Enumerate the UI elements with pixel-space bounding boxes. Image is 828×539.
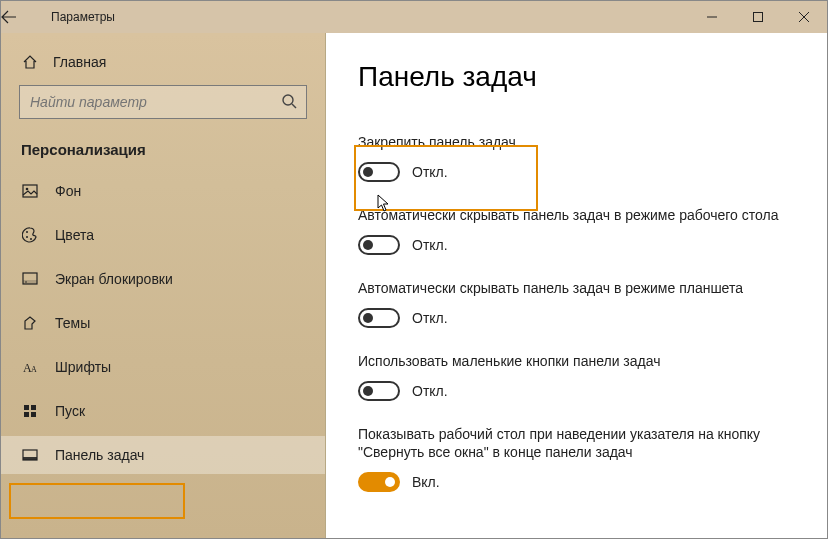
toggle-state: Откл.: [412, 164, 448, 180]
home-label: Главная: [53, 54, 106, 70]
svg-point-4: [283, 95, 293, 105]
svg-rect-16: [24, 405, 29, 410]
fonts-icon: AA: [21, 358, 39, 376]
section-title: Персонализация: [1, 137, 325, 172]
toggle-autohide-desktop[interactable]: [358, 235, 400, 255]
window-title: Параметры: [47, 10, 689, 24]
setting-label: Автоматически скрывать панель задач в ре…: [358, 279, 795, 298]
sidebar-item-label: Темы: [55, 315, 90, 331]
arrow-left-icon: [1, 9, 17, 25]
sidebar-item-themes[interactable]: Темы: [1, 304, 325, 342]
svg-rect-17: [31, 405, 36, 410]
sidebar-item-label: Пуск: [55, 403, 85, 419]
sidebar: Главная Персонализация Фон: [1, 33, 326, 538]
sidebar-item-label: Фон: [55, 183, 81, 199]
setting-label: Показывать рабочий стол при наведении ук…: [358, 425, 795, 463]
taskbar-icon: [21, 446, 39, 464]
setting-peek-desktop: Показывать рабочий стол при наведении ук…: [358, 425, 795, 493]
minimize-button[interactable]: [689, 1, 735, 33]
svg-line-5: [292, 104, 296, 108]
svg-point-9: [26, 236, 28, 238]
sidebar-item-taskbar[interactable]: Панель задач: [1, 436, 325, 474]
svg-point-7: [26, 188, 29, 191]
back-button[interactable]: [1, 9, 47, 25]
setting-label: Использовать маленькие кнопки панели зад…: [358, 352, 795, 371]
sidebar-item-start[interactable]: Пуск: [1, 392, 325, 430]
setting-autohide-tablet: Автоматически скрывать панель задач в ре…: [358, 279, 795, 328]
svg-point-10: [30, 238, 32, 240]
close-icon: [799, 12, 809, 22]
toggle-state: Откл.: [412, 383, 448, 399]
svg-rect-6: [23, 185, 37, 197]
svg-rect-12: [23, 280, 37, 284]
setting-autohide-desktop: Автоматически скрывать панель задач в ре…: [358, 206, 795, 255]
sidebar-item-label: Шрифты: [55, 359, 111, 375]
svg-point-8: [26, 231, 28, 233]
maximize-button[interactable]: [735, 1, 781, 33]
minimize-icon: [707, 12, 717, 22]
svg-rect-18: [24, 412, 29, 417]
search-icon: [281, 93, 297, 109]
sidebar-item-label: Цвета: [55, 227, 94, 243]
toggle-small-buttons[interactable]: [358, 381, 400, 401]
sidebar-item-lockscreen[interactable]: Экран блокировки: [1, 260, 325, 298]
toggle-state: Откл.: [412, 237, 448, 253]
svg-text:A: A: [31, 365, 37, 374]
start-icon: [21, 402, 39, 420]
svg-rect-19: [31, 412, 36, 417]
palette-icon: [21, 226, 39, 244]
sidebar-item-fonts[interactable]: AA Шрифты: [1, 348, 325, 386]
sidebar-item-label: Экран блокировки: [55, 271, 173, 287]
toggle-autohide-tablet[interactable]: [358, 308, 400, 328]
setting-label: Автоматически скрывать панель задач в ре…: [358, 206, 795, 225]
svg-rect-1: [754, 13, 763, 22]
setting-label: Закрепить панель задач: [358, 133, 795, 152]
page-title: Панель задач: [358, 61, 795, 93]
sidebar-item-colors[interactable]: Цвета: [1, 216, 325, 254]
toggle-state: Вкл.: [412, 474, 440, 490]
themes-icon: [21, 314, 39, 332]
toggle-state: Откл.: [412, 310, 448, 326]
svg-point-13: [25, 281, 27, 283]
setting-small-buttons: Использовать маленькие кнопки панели зад…: [358, 352, 795, 401]
home-nav[interactable]: Главная: [1, 45, 325, 85]
sidebar-item-label: Панель задач: [55, 447, 144, 463]
close-button[interactable]: [781, 1, 827, 33]
toggle-lock-taskbar[interactable]: [358, 162, 400, 182]
titlebar: Параметры: [1, 1, 827, 33]
sidebar-item-background[interactable]: Фон: [1, 172, 325, 210]
search-input[interactable]: [19, 85, 307, 119]
home-icon: [21, 53, 39, 71]
svg-rect-21: [23, 457, 37, 460]
picture-icon: [21, 182, 39, 200]
lockscreen-icon: [21, 270, 39, 288]
setting-lock-taskbar: Закрепить панель задач Откл.: [358, 133, 795, 182]
toggle-peek-desktop[interactable]: [358, 472, 400, 492]
maximize-icon: [753, 12, 763, 22]
content-pane: Панель задач Закрепить панель задач Откл…: [326, 33, 827, 538]
